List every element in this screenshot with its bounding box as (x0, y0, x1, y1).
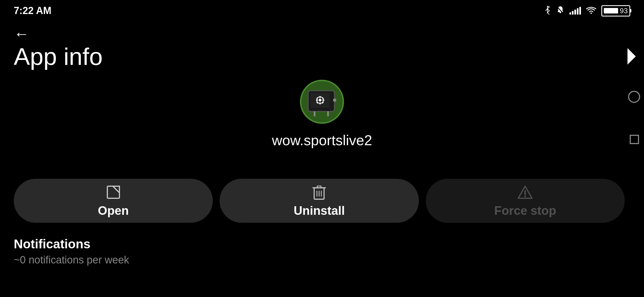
nav-home-icon[interactable] (628, 91, 640, 103)
svg-point-4 (319, 99, 321, 101)
open-label: Open (98, 204, 129, 218)
svg-rect-6 (320, 102, 321, 105)
svg-rect-5 (320, 96, 321, 98)
back-button[interactable]: ← (14, 25, 29, 43)
notifications-subtitle: ~0 notifications per week (14, 254, 129, 266)
signal-icon (569, 7, 581, 15)
app-icon (300, 80, 344, 124)
battery-level: 93 (620, 7, 628, 15)
uninstall-label: Uninstall (294, 204, 345, 218)
svg-point-23 (524, 196, 526, 197)
action-buttons: Open Uninstall Force stop (14, 179, 625, 223)
app-info-section: wow.sportslive2 (272, 80, 372, 148)
svg-rect-14 (314, 111, 315, 116)
page-title: App info (14, 43, 103, 71)
open-icon (105, 184, 122, 200)
app-name: wow.sportslive2 (272, 132, 372, 148)
status-time: 7:22 AM (14, 5, 51, 16)
open-button[interactable]: Open (14, 179, 213, 223)
status-icons: 93 (544, 5, 630, 16)
svg-rect-15 (327, 111, 329, 116)
svg-point-13 (333, 98, 336, 102)
uninstall-icon (312, 184, 327, 200)
force-stop-label: Force stop (494, 204, 556, 218)
svg-rect-8 (322, 100, 324, 101)
force-stop-button[interactable]: Force stop (426, 179, 625, 223)
nav-recent-icon[interactable] (630, 135, 639, 144)
notifications-title: Notifications (14, 237, 129, 251)
wifi-icon (586, 7, 596, 15)
force-stop-icon (517, 184, 533, 200)
uninstall-button[interactable]: Uninstall (220, 179, 419, 223)
app-icon-svg (305, 87, 339, 117)
bluetooth-icon (544, 6, 551, 16)
notifications-section: Notifications ~0 notifications per week (14, 237, 129, 266)
battery-icon: 93 (601, 5, 630, 16)
svg-rect-7 (316, 100, 318, 101)
mute-icon (556, 6, 564, 16)
svg-rect-16 (107, 186, 119, 198)
status-bar: 7:22 AM (0, 0, 644, 19)
nav-back-icon[interactable] (627, 48, 638, 65)
